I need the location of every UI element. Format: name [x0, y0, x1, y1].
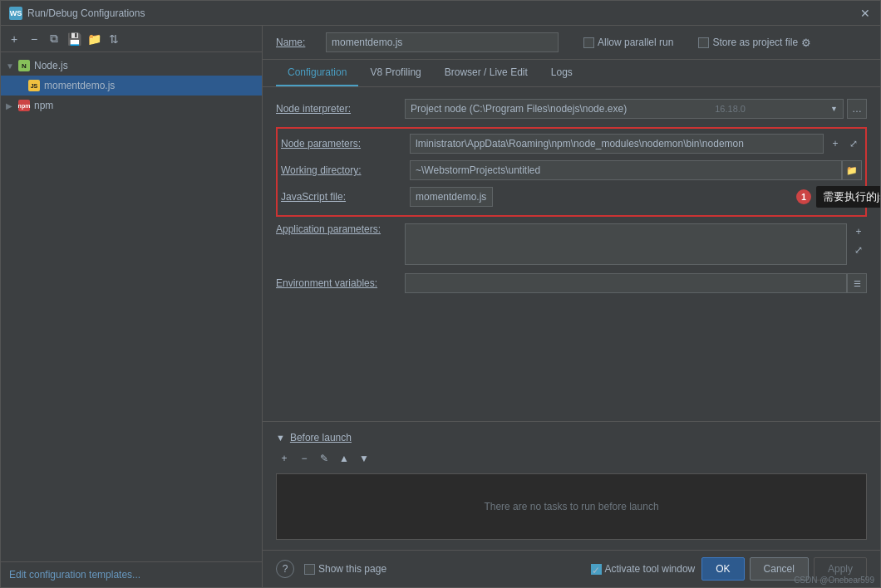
working-dir-browse-button[interactable]: 📁	[842, 160, 862, 180]
store-as-project-container: Store as project file ⚙	[698, 37, 811, 49]
show-page-label: Show this page	[318, 563, 386, 575]
node-parameters-label: Node parameters:	[281, 138, 410, 149]
working-directory-input[interactable]	[410, 160, 842, 180]
name-row: Name: Allow parallel run Store as projec…	[263, 26, 880, 60]
edit-config-templates-link[interactable]: Edit configuration templates...	[9, 569, 140, 581]
app-parameters-row: Application parameters: + ⤢	[276, 223, 867, 265]
before-launch-edit-button[interactable]: ✎	[316, 450, 332, 467]
node-parameters-input[interactable]	[410, 134, 824, 154]
help-button[interactable]: ?	[276, 560, 294, 578]
badge-number: 1	[796, 189, 811, 204]
javascript-file-row: JavaScript file: 1 需要执行的js文件 📁	[281, 185, 862, 208]
config-tree: ▼ N Node.js JS momentdemo.js ▶	[1, 52, 262, 561]
allow-parallel-container: Allow parallel run	[583, 37, 673, 48]
main-window: WS Run/Debug Configurations ✕ + − ⧉ 💾 📁 …	[0, 0, 881, 588]
right-panel: Name: Allow parallel run Store as projec…	[263, 26, 880, 587]
interpreter-dropdown-icon: ▼	[830, 105, 838, 113]
env-variables-row: Environment variables: ☰	[276, 272, 867, 295]
store-as-project-label: Store as project file	[712, 37, 798, 48]
edit-config-link-container: Edit configuration templates...	[1, 561, 262, 587]
before-launch-remove-button[interactable]: −	[296, 450, 313, 467]
copy-config-button[interactable]: ⧉	[46, 31, 62, 47]
interpreter-more-button[interactable]: …	[847, 99, 867, 119]
env-variables-label: Environment variables:	[276, 277, 405, 289]
node-params-expand-button[interactable]: ⤢	[845, 135, 862, 152]
nodejs-label: Node.js	[34, 60, 68, 71]
app-params-actions: + ⤢	[850, 223, 867, 258]
tab-logs[interactable]: Logs	[539, 60, 584, 86]
before-launch-empty-message: There are no tasks to run before launch	[484, 501, 658, 512]
nodejs-arrow: ▼	[6, 61, 17, 71]
npm-label: npm	[34, 100, 53, 111]
node-interpreter-row: Node interpreter: Project node (C:\Progr…	[276, 97, 867, 120]
watermark: CSDN @Onebear599	[794, 576, 874, 585]
node-parameters-row: Node parameters: + ⤢	[281, 132, 862, 155]
allow-parallel-label: Allow parallel run	[598, 37, 673, 48]
node-params-add-button[interactable]: +	[827, 135, 844, 152]
before-launch-toolbar: + − ✎ ▲ ▼	[276, 450, 867, 467]
form-content: Node interpreter: Project node (C:\Progr…	[263, 87, 880, 421]
app-parameters-input[interactable]	[405, 223, 847, 265]
tab-browser-live-edit[interactable]: Browser / Live Edit	[433, 60, 539, 86]
nodejs-icon: N	[17, 59, 31, 72]
tab-configuration[interactable]: Configuration	[276, 60, 358, 86]
node-params-actions: + ⤢	[827, 135, 862, 152]
tooltip-text: 需要执行的js文件	[816, 186, 880, 208]
add-config-button[interactable]: +	[6, 31, 22, 47]
window-title: Run/Debug Configurations	[27, 7, 145, 19]
main-content: + − ⧉ 💾 📁 ⇅ ▼ N Node.js	[1, 26, 880, 587]
show-page-checkbox[interactable]	[304, 564, 315, 575]
title-bar-left: WS Run/Debug Configurations	[9, 7, 145, 20]
highlighted-fields: Node parameters: + ⤢ Working directory:	[276, 127, 867, 217]
tree-item-momentdemo[interactable]: JS momentdemo.js	[1, 76, 262, 96]
before-launch-empty-area: There are no tasks to run before launch	[276, 473, 867, 540]
activate-window-label: Activate tool window	[605, 563, 696, 575]
node-interpreter-label: Node interpreter:	[276, 103, 405, 115]
before-launch-arrow-icon: ▼	[276, 433, 285, 443]
show-page-container: Show this page	[304, 563, 584, 575]
activate-window-container: ✓ Activate tool window	[591, 563, 696, 575]
tooltip-container: 1 需要执行的js文件	[796, 186, 880, 208]
title-bar: WS Run/Debug Configurations ✕	[1, 1, 880, 26]
left-panel: + − ⧉ 💾 📁 ⇅ ▼ N Node.js	[1, 26, 263, 587]
app-params-add-button[interactable]: +	[850, 223, 867, 240]
npm-arrow: ▶	[6, 101, 17, 110]
before-launch-add-button[interactable]: +	[276, 450, 293, 467]
env-variables-input[interactable]	[405, 273, 847, 293]
left-toolbar: + − ⧉ 💾 📁 ⇅	[1, 26, 262, 52]
store-as-project-checkbox[interactable]	[698, 37, 709, 48]
interpreter-input-group: Project node (C:\Program Files\nodejs\no…	[405, 99, 867, 119]
before-launch-section: ▼ Before launch + − ✎ ▲ ▼ There are no t…	[263, 421, 880, 550]
tab-bar: Configuration V8 Profiling Browser / Liv…	[263, 60, 880, 87]
npm-icon: npm	[17, 99, 31, 112]
tree-item-npm[interactable]: ▶ npm npm	[1, 96, 262, 115]
app-params-expand-button[interactable]: ⤢	[850, 242, 867, 258]
folder-config-button[interactable]: 📁	[86, 31, 102, 47]
name-label: Name:	[276, 37, 317, 48]
close-button[interactable]: ✕	[859, 7, 872, 20]
ok-button[interactable]: OK	[701, 557, 744, 581]
interpreter-select[interactable]: Project node (C:\Program Files\nodejs\no…	[405, 99, 844, 119]
working-directory-label: Working directory:	[281, 164, 410, 176]
sort-config-button[interactable]: ⇅	[106, 31, 122, 47]
before-launch-header: ▼ Before launch	[276, 432, 867, 443]
javascript-file-input[interactable]	[410, 187, 493, 207]
before-launch-up-button[interactable]: ▲	[336, 450, 352, 467]
momentdemo-label: momentdemo.js	[44, 80, 115, 91]
momentdemo-icon: JS	[27, 79, 41, 92]
footer: ? Show this page ✓ Activate tool window …	[263, 550, 880, 587]
allow-parallel-checkbox[interactable]	[583, 37, 594, 48]
gear-icon: ⚙	[801, 37, 811, 49]
ws-icon: WS	[9, 7, 22, 20]
tree-item-nodejs[interactable]: ▼ N Node.js	[1, 56, 262, 76]
tab-v8-profiling[interactable]: V8 Profiling	[358, 60, 432, 86]
working-directory-row: Working directory: 📁	[281, 159, 862, 182]
javascript-file-label: JavaScript file:	[281, 191, 410, 203]
remove-config-button[interactable]: −	[26, 31, 42, 47]
before-launch-title: Before launch	[290, 432, 352, 443]
name-input[interactable]	[326, 32, 559, 52]
before-launch-down-button[interactable]: ▼	[356, 450, 372, 467]
activate-window-checkbox[interactable]: ✓	[591, 564, 602, 575]
save-config-button[interactable]: 💾	[66, 31, 82, 47]
env-variables-button[interactable]: ☰	[847, 273, 867, 293]
